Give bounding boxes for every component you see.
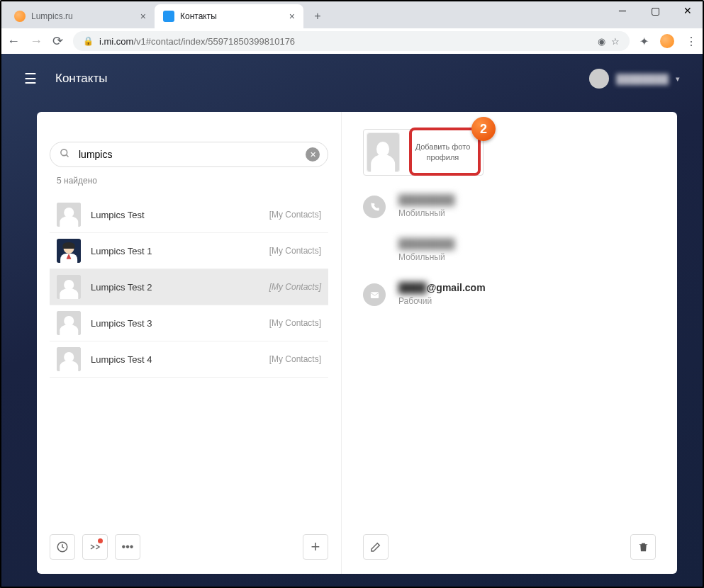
avatar-icon <box>57 239 81 263</box>
contact-details: ████████ Мобильный ████████ Мобильный <box>363 194 656 326</box>
profile-avatar-icon[interactable] <box>660 34 674 48</box>
contact-name: Lumpics Test <box>91 210 145 220</box>
svg-point-0 <box>61 149 67 156</box>
contact-tag: [My Contacts] <box>269 210 321 220</box>
more-button[interactable]: ••• <box>115 534 140 560</box>
avatar-icon <box>589 69 609 89</box>
merge-button[interactable] <box>82 534 108 560</box>
browser-tab-contacts[interactable]: Контакты × <box>155 4 303 28</box>
search-icon <box>60 148 70 161</box>
avatar-icon <box>57 311 81 335</box>
tab-title: Lumpics.ru <box>31 11 73 21</box>
contact-row[interactable]: Lumpics Test 2 [My Contacts] <box>50 269 328 305</box>
history-button[interactable] <box>50 534 75 560</box>
main-panel: ✕ 5 найдено Lumpics Test [My Contacts] L… <box>37 112 677 574</box>
contact-list: Lumpics Test [My Contacts] Lumpics Test … <box>50 197 328 378</box>
app-header: ☰ Контакты ████████ ▾ <box>0 54 704 103</box>
contact-row[interactable]: Lumpics Test 1 [My Contacts] <box>50 233 328 269</box>
menu-icon[interactable]: ☰ <box>24 70 37 87</box>
phone-row: ████████ Мобильный <box>363 194 656 218</box>
add-photo-label: Добавить фото профиля <box>406 142 480 163</box>
contact-detail-pane: Добавить фото профиля 2 ████████ Мобильн… <box>342 112 677 574</box>
edit-button[interactable] <box>363 534 389 560</box>
email-value: ████@gmail.com <box>398 282 486 293</box>
blank-icon <box>363 239 386 262</box>
url-domain: i.mi.com <box>99 36 133 47</box>
contact-name: Lumpics Test 1 <box>91 246 152 256</box>
window-controls: ─ ▢ ✕ <box>606 0 704 21</box>
contact-name: Lumpics Test 3 <box>91 318 152 329</box>
browser-tabs: Lumpics.ru × Контакты × + <box>6 4 606 28</box>
extension-icons: ✦ ⋮ <box>639 34 697 48</box>
phone-label: Мобильный <box>398 208 454 218</box>
contact-name: Lumpics Test 4 <box>91 354 152 365</box>
clear-search-button[interactable]: ✕ <box>306 147 320 162</box>
contact-row[interactable]: Lumpics Test 4 [My Contacts] <box>50 341 328 378</box>
url-path: /v1#contact/index/55971850399810176 <box>133 36 295 47</box>
profile-photo-box[interactable]: Добавить фото профиля 2 <box>363 129 484 176</box>
media-icon[interactable]: ◉ <box>598 36 605 47</box>
page-title: Контакты <box>55 72 107 86</box>
window-titlebar: Lumpics.ru × Контакты × + ─ ▢ ✕ <box>0 0 704 28</box>
phone-label: Мобильный <box>398 252 454 262</box>
bookmark-icon[interactable]: ☆ <box>611 36 620 47</box>
phone-value: ████████ <box>398 194 454 205</box>
email-icon <box>363 283 386 306</box>
contact-tag: [My Contacts] <box>269 318 321 328</box>
avatar-icon <box>367 132 400 172</box>
contact-name: Lumpics Test 2 <box>91 282 152 293</box>
tab-title: Контакты <box>180 11 217 21</box>
results-count: 5 найдено <box>57 176 328 186</box>
contact-tag: [My Contacts] <box>269 246 321 256</box>
contact-list-pane: ✕ 5 найдено Lumpics Test [My Contacts] L… <box>37 112 342 574</box>
user-name: ████████ <box>616 74 669 84</box>
new-tab-button[interactable]: + <box>308 6 328 26</box>
avatar-icon <box>57 275 81 299</box>
annotation-badge: 2 <box>471 117 496 141</box>
close-icon[interactable]: × <box>140 11 146 22</box>
phone-row: ████████ Мобильный <box>363 238 656 262</box>
search-input[interactable] <box>50 142 328 167</box>
favicon-icon <box>14 11 26 22</box>
svg-rect-3 <box>370 292 378 298</box>
menu-icon[interactable]: ⋮ <box>686 35 697 48</box>
avatar-icon <box>57 203 81 227</box>
list-footer: ••• + <box>50 534 328 560</box>
window-close-button[interactable]: ✕ <box>671 0 704 21</box>
contact-tag: [My Contacts] <box>269 354 321 364</box>
minimize-button[interactable]: ─ <box>606 0 639 21</box>
back-button[interactable]: ← <box>7 34 20 49</box>
lock-icon: 🔒 <box>83 36 94 46</box>
avatar-icon <box>57 347 81 371</box>
maximize-button[interactable]: ▢ <box>639 0 671 21</box>
favicon-icon <box>163 11 174 22</box>
phone-icon <box>363 196 386 218</box>
url-input[interactable]: 🔒 i.mi.com/v1#contact/index/559718503998… <box>73 31 630 51</box>
browser-tab-lumpics[interactable]: Lumpics.ru × <box>6 4 155 28</box>
address-bar: ← → ⟳ 🔒 i.mi.com/v1#contact/index/559718… <box>0 28 704 54</box>
detail-footer <box>363 534 656 560</box>
extensions-icon[interactable]: ✦ <box>639 35 649 48</box>
user-menu[interactable]: ████████ ▾ <box>589 69 680 89</box>
delete-button[interactable] <box>630 534 656 560</box>
app-viewport: ☰ Контакты ████████ ▾ ✕ 5 найдено Lumpic… <box>0 54 704 588</box>
reload-button[interactable]: ⟳ <box>52 33 63 49</box>
email-row: ████@gmail.com Рабочий <box>363 282 656 306</box>
notification-dot-icon <box>98 538 103 543</box>
phone-value: ████████ <box>398 238 454 249</box>
close-icon[interactable]: × <box>289 11 295 22</box>
search-wrap: ✕ <box>50 142 328 167</box>
contact-tag: [My Contacts] <box>269 282 321 292</box>
chevron-down-icon: ▾ <box>676 74 680 84</box>
contact-row[interactable]: Lumpics Test [My Contacts] <box>50 197 328 233</box>
forward-button[interactable]: → <box>30 34 43 49</box>
email-label: Рабочий <box>398 296 486 306</box>
add-contact-button[interactable]: + <box>303 534 328 560</box>
svg-line-1 <box>66 154 68 157</box>
contact-row[interactable]: Lumpics Test 3 [My Contacts] <box>50 305 328 341</box>
